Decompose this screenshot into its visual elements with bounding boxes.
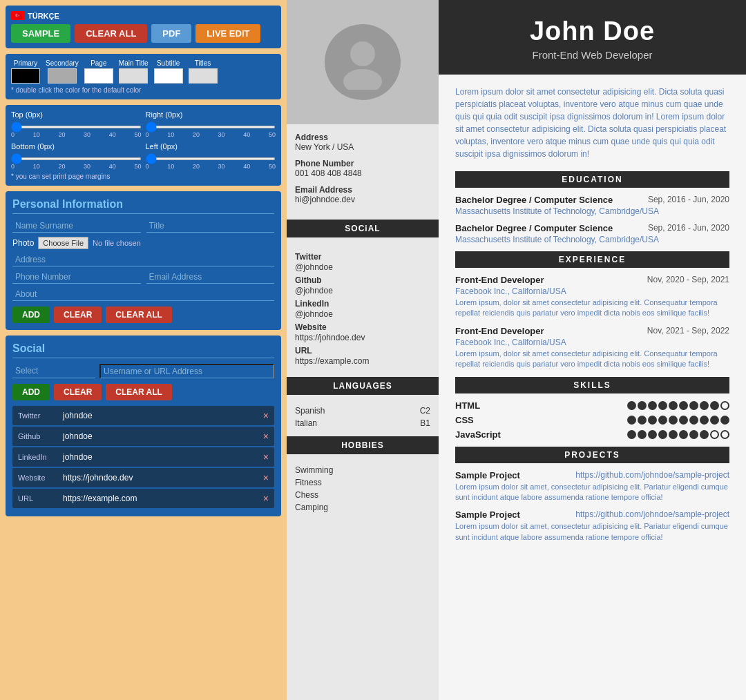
social-select-input[interactable]: [12, 364, 95, 378]
margin-left-slider[interactable]: [146, 157, 276, 160]
choose-file-button[interactable]: Choose File: [38, 237, 88, 249]
skill-dots: [627, 416, 729, 425]
margin-bottom-label: Bottom (0px): [11, 142, 142, 150]
exp-role: Front-End Developer: [455, 275, 544, 285]
pdf-button[interactable]: PDF: [151, 24, 191, 43]
social-list-item: Twitterjohndoe×: [12, 406, 274, 425]
dot-filled: [689, 430, 698, 439]
soc-value: https://example.com: [63, 494, 258, 503]
resume-title: Front-End Web Developer: [459, 49, 725, 61]
social-action-row: ADD CLEAR CLEAR ALL: [12, 384, 274, 400]
top-bar: 🇹🇷 TÜRKÇE SAMPLE CLEAR ALL PDF LIVE EDIT: [6, 6, 281, 48]
dot-filled: [689, 401, 698, 410]
lang-name: Spanish: [295, 406, 325, 416]
skill-name: HTML: [455, 400, 510, 411]
name-input[interactable]: [12, 220, 141, 233]
social-add-button[interactable]: ADD: [12, 384, 50, 400]
dot-filled: [627, 416, 636, 425]
personal-clear-all-button[interactable]: CLEAR ALL: [106, 307, 172, 323]
avatar: [325, 24, 401, 100]
email-input[interactable]: [146, 271, 275, 284]
dot-filled: [710, 401, 719, 410]
color-main-title-swatch[interactable]: [119, 68, 148, 84]
top-buttons: SAMPLE CLEAR ALL PDF LIVE EDIT: [11, 24, 276, 43]
social-clear-all-button[interactable]: CLEAR ALL: [106, 384, 172, 400]
contact-phone: Phone Number 001 408 408 4848: [295, 159, 430, 178]
skills-header: SKILLS: [455, 377, 729, 393]
sample-button[interactable]: SAMPLE: [11, 24, 70, 43]
hobby-item: Swimming: [295, 465, 430, 475]
experience-list: Front-End DeveloperNov, 2020 - Sep, 2021…: [455, 275, 729, 370]
soc-value: https://johndoe.dev: [63, 473, 258, 483]
live-edit-button[interactable]: LIVE EDIT: [195, 24, 260, 43]
exp-role: Front-End Developer: [455, 326, 544, 336]
projects-list: Sample Projecthttps://github.com/johndoe…: [455, 470, 729, 543]
color-subtitle-label: Subtitle: [157, 59, 180, 67]
personal-section-title: Personal Information: [12, 198, 274, 214]
margin-right: Right (0px) 01020304050: [146, 110, 276, 138]
color-page-swatch[interactable]: [84, 68, 113, 84]
social-list-item: Websitehttps://johndoe.dev×: [12, 468, 274, 487]
title-input[interactable]: [146, 220, 275, 233]
color-page-label: Page: [90, 59, 106, 67]
contact-phone-value: 001 408 408 4848: [295, 168, 430, 178]
skill-name: JavaScript: [455, 429, 510, 440]
remove-social-icon[interactable]: ×: [263, 410, 269, 421]
personal-clear-button[interactable]: CLEAR: [54, 307, 102, 323]
color-secondary: Secondary: [46, 59, 79, 84]
address-row: [12, 253, 274, 266]
dot-filled: [669, 401, 678, 410]
margin-top-slider[interactable]: [11, 126, 142, 128]
margin-bottom: Bottom (0px) 01020304050: [11, 142, 142, 170]
dot-filled: [720, 416, 729, 425]
color-secondary-swatch[interactable]: [48, 68, 77, 84]
phone-input[interactable]: [12, 271, 141, 284]
social-clear-button[interactable]: CLEAR: [54, 384, 102, 400]
remove-social-icon[interactable]: ×: [263, 451, 269, 463]
personal-add-button[interactable]: ADD: [12, 307, 50, 323]
languages-list: SpanishC2ItalianB1: [287, 400, 439, 436]
margin-bottom-slider[interactable]: [11, 157, 142, 160]
resume-social-item: LinkedIn@johndoe: [295, 298, 430, 319]
hobby-item: Fitness: [295, 478, 430, 487]
proj-desc: Lorem ipsum dolor sit amet, consectetur …: [455, 482, 729, 503]
remove-social-icon[interactable]: ×: [263, 431, 269, 442]
address-input[interactable]: [12, 253, 274, 266]
social-input-row: [12, 364, 274, 378]
hobbies-header: HOBBIES: [287, 436, 439, 454]
contact-address-label: Address: [295, 133, 430, 142]
remove-social-icon[interactable]: ×: [263, 493, 269, 504]
education-item: Bachelor Degree / Computer ScienceSep, 2…: [455, 195, 729, 216]
phone-email-row: [12, 271, 274, 284]
experience-item: Front-End DeveloperNov, 2021 - Sep, 2022…: [455, 326, 729, 370]
dot-filled: [648, 430, 657, 439]
clear-all-button-top[interactable]: CLEAR ALL: [75, 24, 147, 43]
svg-point-1: [343, 69, 382, 90]
hobbies-list: SwimmingFitnessChessCamping: [287, 460, 439, 521]
skill-row: HTML: [455, 400, 729, 411]
soc-platform: URL: [18, 494, 63, 503]
color-titles-swatch[interactable]: [189, 68, 218, 84]
soc-value: johndoe: [63, 431, 258, 441]
hobby-item: Camping: [295, 503, 430, 512]
dot-filled: [648, 401, 657, 410]
personal-section: Personal Information Photo Choose File N…: [6, 191, 281, 330]
color-primary-swatch[interactable]: [11, 68, 40, 84]
remove-social-icon[interactable]: ×: [263, 472, 269, 483]
left-panel: 🇹🇷 TÜRKÇE SAMPLE CLEAR ALL PDF LIVE EDIT…: [0, 0, 287, 700]
personal-action-row: ADD CLEAR CLEAR ALL: [12, 307, 274, 323]
social-url-input[interactable]: [99, 364, 274, 378]
color-section: Primary Secondary Page Main Title Subtit…: [6, 54, 281, 99]
hobby-item: Chess: [295, 490, 430, 500]
contact-phone-label: Phone Number: [295, 159, 430, 168]
about-input[interactable]: [12, 288, 274, 301]
social-list: Twitterjohndoe×Githubjohndoe×LinkedInjoh…: [12, 406, 274, 508]
dot-filled: [710, 416, 719, 425]
resume-photo: [287, 0, 439, 124]
file-name-label: No file chosen: [93, 239, 141, 247]
exp-company: Facebook Inc., California/USA: [455, 338, 729, 347]
color-main-title-label: Main Title: [119, 59, 149, 67]
margin-right-slider[interactable]: [146, 126, 276, 128]
color-subtitle-swatch[interactable]: [154, 68, 183, 84]
color-hint: * double click the color for the default…: [11, 86, 276, 94]
